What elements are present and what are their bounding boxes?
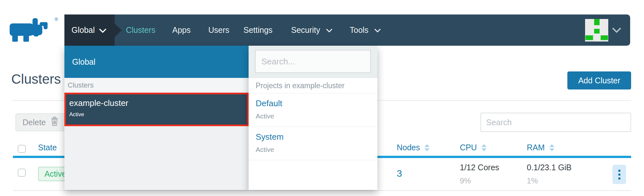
nav-item-label: Settings [243,25,272,34]
projects-search-input[interactable] [255,50,371,73]
environment-option-global[interactable]: Global [64,46,249,78]
rancher-app: ® Global Clusters Apps Users Settings Se… [0,0,644,196]
row-checkbox[interactable] [18,169,26,177]
nav-item-label: Apps [172,25,191,34]
projects-search-zone [249,46,377,78]
ram-value: 0.1/23.1 GiB [527,163,572,172]
rancher-bull-icon [10,18,55,42]
trash-icon [50,117,59,128]
environment-option-label: Global [72,57,95,67]
nav-item-label: Clusters [126,25,156,34]
nav-item-label: Security [291,25,320,34]
nav-item-users[interactable]: Users [208,14,229,46]
table-search-input[interactable] [480,113,631,132]
cpu-percent: 9% [460,176,471,185]
user-menu[interactable] [585,14,621,46]
projects-section-label: Projects in example-cluster [249,78,377,93]
cluster-name: example-cluster [69,98,247,108]
top-navbar: Global Clusters Apps Users Settings Secu… [64,14,630,46]
column-header-nodes[interactable]: Nodes [397,143,430,152]
page-title: Clusters [11,71,61,87]
environment-dropdown-panel: Global Clusters example-cluster Active [64,46,249,190]
nav-item-apps[interactable]: Apps [172,14,191,46]
column-header-label: State [38,143,57,152]
project-option-system[interactable]: System Active [249,127,377,160]
clusters-section-label: Clusters [64,78,249,93]
row-divider [13,190,631,191]
select-all-checkbox[interactable] [18,145,26,153]
column-header-cpu[interactable]: CPU [460,143,487,152]
user-avatar-identicon [585,19,608,42]
sort-arrows-icon [549,144,554,151]
cluster-status: Active [69,111,247,118]
projects-dropdown-panel: Projects in example-cluster Default Acti… [249,46,377,190]
project-status: Active [256,146,377,154]
chevron-down-icon [374,25,381,34]
nodes-count-link[interactable]: 3 [397,168,402,179]
column-header-ram[interactable]: RAM [527,143,554,152]
project-name: System [256,132,377,142]
project-status: Active [256,112,377,120]
logo-trademark: ® [55,17,58,22]
nav-item-label: Tools [350,25,368,34]
chevron-down-icon [99,25,106,35]
chevron-down-icon [326,25,332,34]
delete-button[interactable]: Delete [15,113,66,131]
add-cluster-button[interactable]: Add Cluster [567,71,631,89]
project-name: Default [256,98,377,108]
nav-item-security[interactable]: Security [291,14,332,46]
cpu-value: 1/12 Cores [460,163,499,172]
delete-button-label: Delete [23,118,46,127]
ram-percent: 1% [527,176,538,185]
nav-item-label: Users [208,25,229,34]
sort-arrows-icon [481,144,487,151]
column-header-label: CPU [460,143,477,152]
environment-selector[interactable]: Global [64,14,115,46]
nav-item-tools[interactable]: Tools [350,14,381,46]
nav-item-clusters[interactable]: Clusters [126,14,156,46]
chevron-down-icon [612,27,621,33]
project-option-default[interactable]: Default Active [249,93,377,127]
nav-item-settings[interactable]: Settings [243,14,272,46]
environment-selector-label: Global [71,25,95,35]
row-actions-kebab-button[interactable] [612,165,626,184]
rancher-logo[interactable]: ® [10,18,57,42]
breadcrumb-arrow [115,23,122,37]
sort-arrows-icon [424,144,430,151]
column-header-state[interactable]: State [38,143,57,152]
column-header-label: Nodes [397,143,420,152]
cluster-option-example-cluster[interactable]: example-cluster Active [64,93,249,126]
column-header-label: RAM [527,143,545,152]
